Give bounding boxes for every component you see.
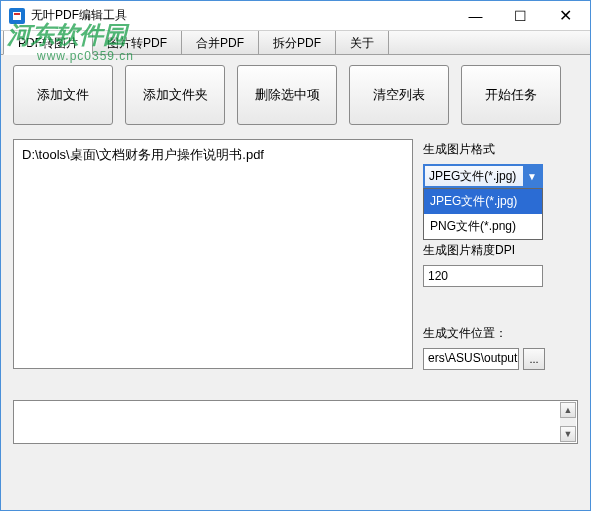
clear-list-button[interactable]: 清空列表 bbox=[349, 65, 449, 125]
format-selected-value: JPEG文件(*.jpg) bbox=[429, 168, 516, 185]
browse-button[interactable]: ... bbox=[523, 348, 545, 370]
delete-selected-button[interactable]: 删除选中项 bbox=[237, 65, 337, 125]
dpi-label: 生成图片精度DPI bbox=[423, 242, 578, 259]
tab-merge-pdf[interactable]: 合并PDF bbox=[182, 31, 259, 54]
format-label: 生成图片格式 bbox=[423, 141, 578, 158]
minimize-button[interactable]: — bbox=[453, 2, 498, 30]
action-row: 添加文件 添加文件夹 删除选中项 清空列表 开始任务 bbox=[13, 65, 578, 125]
scrollbar: ▲ ▼ bbox=[560, 402, 576, 442]
format-dropdown-list: JPEG文件(*.jpg) PNG文件(*.png) bbox=[423, 188, 543, 240]
output-label: 生成文件位置： bbox=[423, 325, 578, 342]
tab-image-to-pdf[interactable]: 图片转PDF bbox=[93, 31, 182, 54]
tab-about[interactable]: 关于 bbox=[336, 31, 389, 54]
chevron-down-icon: ▼ bbox=[523, 166, 541, 186]
close-button[interactable]: ✕ bbox=[543, 2, 588, 30]
scroll-down-icon[interactable]: ▼ bbox=[560, 426, 576, 442]
maximize-button[interactable]: ☐ bbox=[498, 2, 543, 30]
format-option-png[interactable]: PNG文件(*.png) bbox=[424, 214, 542, 239]
tab-bar: PDF转图片 图片转PDF 合并PDF 拆分PDF 关于 bbox=[1, 31, 590, 55]
log-box[interactable]: ▲ ▼ bbox=[13, 400, 578, 444]
list-item[interactable]: D:\tools\桌面\文档财务用户操作说明书.pdf bbox=[22, 146, 404, 164]
window-controls: — ☐ ✕ bbox=[453, 2, 588, 30]
app-icon bbox=[9, 8, 25, 24]
titlebar: 无叶PDF编辑工具 — ☐ ✕ bbox=[1, 1, 590, 31]
window-title: 无叶PDF编辑工具 bbox=[31, 7, 453, 24]
start-task-button[interactable]: 开始任务 bbox=[461, 65, 561, 125]
format-select[interactable]: JPEG文件(*.jpg) ▼ bbox=[423, 164, 543, 188]
main-row: D:\tools\桌面\文档财务用户操作说明书.pdf 生成图片格式 JPEG文… bbox=[13, 139, 578, 370]
file-list[interactable]: D:\tools\桌面\文档财务用户操作说明书.pdf bbox=[13, 139, 413, 369]
bottom-area: ▲ ▼ bbox=[13, 400, 578, 444]
app-window: 河东软件园 www.pc0359.cn 无叶PDF编辑工具 — ☐ ✕ PDF转… bbox=[0, 0, 591, 511]
dpi-input[interactable] bbox=[423, 265, 543, 287]
tab-pdf-to-image[interactable]: PDF转图片 bbox=[3, 31, 93, 55]
output-path-row: ers\ASUS\output ... bbox=[423, 348, 578, 370]
add-file-button[interactable]: 添加文件 bbox=[13, 65, 113, 125]
body-area: 添加文件 添加文件夹 删除选中项 清空列表 开始任务 D:\tools\桌面\文… bbox=[1, 55, 590, 380]
tab-split-pdf[interactable]: 拆分PDF bbox=[259, 31, 336, 54]
settings-panel: 生成图片格式 JPEG文件(*.jpg) ▼ JPEG文件(*.jpg) PNG… bbox=[423, 139, 578, 370]
add-folder-button[interactable]: 添加文件夹 bbox=[125, 65, 225, 125]
format-option-jpeg[interactable]: JPEG文件(*.jpg) bbox=[424, 189, 542, 214]
output-path-input[interactable]: ers\ASUS\output bbox=[423, 348, 519, 370]
format-dropdown-wrap: JPEG文件(*.jpg) ▼ JPEG文件(*.jpg) PNG文件(*.pn… bbox=[423, 164, 543, 188]
scroll-up-icon[interactable]: ▲ bbox=[560, 402, 576, 418]
svg-rect-2 bbox=[14, 13, 20, 15]
